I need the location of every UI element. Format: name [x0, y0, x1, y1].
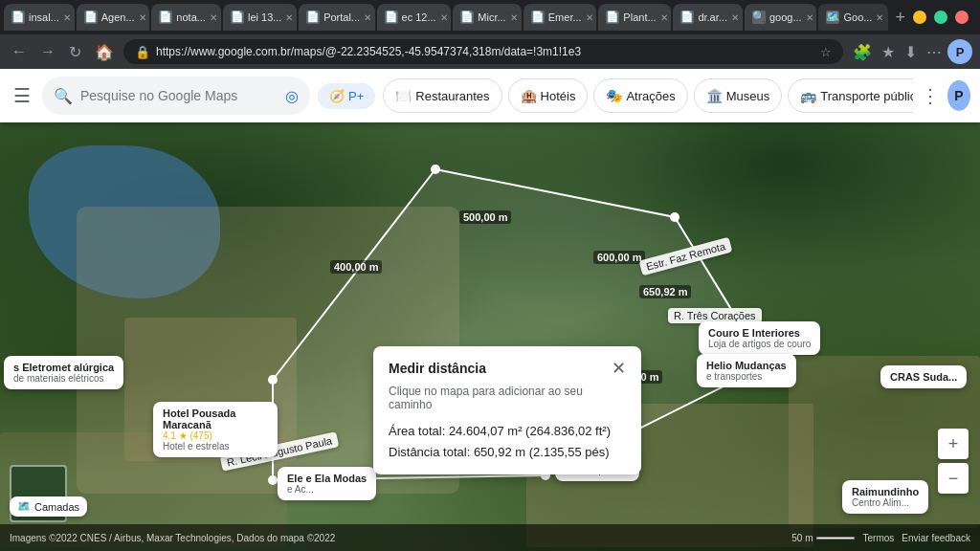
raimundinho-type: Centro Alim... [852, 497, 919, 508]
business-couro[interactable]: Couro E Interiores Loja de artigos de co… [699, 321, 820, 355]
attractions-icon: 🎭 [606, 88, 622, 103]
tab-4[interactable]: 📄 lei 13... ✕ [223, 4, 297, 31]
zoom-out-button[interactable]: − [938, 463, 969, 494]
tab-favicon-2: 📄 [84, 11, 98, 24]
layers-button[interactable]: 🗺️ Camadas [10, 496, 87, 517]
hotel-name: Hotel Pousada Maracanã [163, 408, 268, 430]
tab-favicon-5: 📄 [306, 11, 320, 24]
tab-7[interactable]: 📄 Micr... ✕ [453, 4, 521, 31]
filter-pill-attractions-label: Atrações [626, 89, 675, 103]
tab-3[interactable]: 📄 nota... ✕ [151, 4, 221, 31]
tab-close-10[interactable]: ✕ [731, 12, 739, 23]
terms-link[interactable]: Termos [862, 533, 894, 543]
new-tab-button[interactable]: + [890, 8, 912, 28]
tab-close-3[interactable]: ✕ [210, 12, 217, 23]
gmap-search-box[interactable]: 🔍 ◎ [42, 77, 310, 115]
popup-close-button[interactable]: ✕ [612, 358, 626, 379]
gmap-profile-avatar[interactable]: P [947, 80, 970, 111]
tab-9[interactable]: 📄 Plant... ✕ [598, 4, 671, 31]
tab-close-8[interactable]: ✕ [586, 12, 593, 23]
gmap-nav-mode-button[interactable]: 🧭 P+ [318, 83, 375, 109]
tab-close-4[interactable]: ✕ [285, 12, 293, 23]
reload-button[interactable]: ↻ [65, 41, 85, 63]
tab-6[interactable]: 📄 ec 12... ✕ [377, 4, 452, 31]
eletro-name: s Eletromet alúrgica [13, 362, 114, 373]
scale-line [816, 537, 855, 540]
tab-close-11[interactable]: ✕ [806, 12, 813, 23]
tab-12[interactable]: 🗺️ Goo... ✕ [818, 4, 887, 31]
helio-name: Helio Mudanças [706, 360, 787, 371]
tab-5[interactable]: 📄 Portal... ✕ [299, 4, 374, 31]
filter-pill-hotels[interactable]: 🏨 Hotéis [508, 78, 589, 113]
business-ele-ela[interactable]: Ele e Ela Modas e Ac... [278, 467, 376, 500]
tab-close-1[interactable]: ✕ [63, 12, 71, 23]
filter-pill-attractions[interactable]: 🎭 Atrações [593, 78, 687, 113]
tab-favicon-12: 🗺️ [826, 11, 839, 24]
tab-label-12: Goo... [843, 11, 872, 23]
popup-data: Área total: 24.604,07 m² (264.836,02 ft²… [389, 421, 626, 463]
tab-11[interactable]: 🔍 goog... ✕ [745, 4, 816, 31]
popup-distance: Distância total: 650,92 m (2.135,55 pés) [389, 442, 626, 463]
tab-favicon-9: 📄 [606, 11, 619, 24]
bookmark-button[interactable]: ★ [878, 41, 899, 63]
tab-close-5[interactable]: ✕ [364, 12, 371, 23]
extensions-button[interactable]: 🧩 [849, 41, 876, 63]
tab-1[interactable]: 📄 insal... ✕ [4, 4, 75, 31]
more-options-button[interactable]: ⋯ [923, 41, 946, 63]
layers-label: Camadas [34, 501, 79, 513]
filter-pill-museums[interactable]: 🏛️ Museus [694, 78, 783, 113]
filter-pill-transit[interactable]: 🚌 Transporte público [788, 78, 913, 113]
tab-close-12[interactable]: ✕ [876, 12, 883, 23]
forward-button[interactable]: → [36, 41, 59, 62]
maximize-button[interactable] [934, 11, 947, 24]
tab-favicon-3: 📄 [159, 11, 172, 24]
star-icon[interactable]: ☆ [820, 45, 832, 59]
tab-close-7[interactable]: ✕ [510, 12, 518, 23]
popup-area: Área total: 24.604,07 m² (264.836,02 ft²… [389, 421, 626, 442]
tab-8[interactable]: 📄 Emer... ✕ [523, 4, 597, 31]
nav-mode-icon: 🧭 [329, 89, 345, 103]
gmap-filter-pills: 🍽️ Restaurantes 🏨 Hotéis 🎭 Atrações 🏛️ M… [383, 78, 913, 113]
business-raimundinho[interactable]: Raimundinho Centro Alim... [842, 480, 928, 514]
tab-close-2[interactable]: ✕ [139, 12, 146, 23]
map-controls: + − [938, 429, 969, 494]
business-eletro[interactable]: s Eletromet alúrgica de materiais elétri… [4, 356, 123, 389]
tab-label-7: Micr... [478, 11, 505, 23]
couro-type: Loja de artigos de couro [708, 339, 811, 349]
tab-label-1: insal... [29, 11, 59, 23]
tab-2[interactable]: 📄 Agen... ✕ [77, 4, 150, 31]
tab-label-9: Plant... [623, 11, 656, 23]
filter-pill-hotels-label: Hotéis [541, 89, 576, 103]
zoom-in-button[interactable]: + [938, 429, 969, 459]
gmap-search-input[interactable] [80, 88, 278, 103]
gmap-more-options[interactable]: ⋮ [921, 84, 940, 107]
nav-mode-label: P+ [348, 89, 364, 103]
home-button[interactable]: 🏠 [91, 41, 118, 63]
gmap-menu-button[interactable]: ☰ [10, 80, 34, 111]
profile-avatar[interactable]: P [947, 39, 972, 64]
tab-label-8: Emer... [548, 11, 582, 23]
minimize-button[interactable] [913, 11, 926, 24]
business-cras[interactable]: CRAS Suda... [880, 365, 967, 388]
browser-chrome: 📄 insal... ✕ 📄 Agen... ✕ 📄 nota... ✕ 📄 l… [0, 0, 980, 69]
close-button[interactable] [955, 11, 969, 24]
area-label: Área total: [389, 424, 445, 438]
hotel-type: Hotel e estrelas [163, 441, 268, 452]
map-background[interactable] [0, 69, 980, 551]
area-value: 24.604,07 m² (264.836,02 ft²) [449, 424, 611, 438]
tab-10[interactable]: 📄 dr.ar... ✕ [673, 4, 743, 31]
tab-label-6: ec 12... [402, 11, 436, 23]
business-hotel-pousada[interactable]: Hotel Pousada Maracanã 4.1 ★ (475) Hotel… [153, 402, 278, 457]
tab-close-6[interactable]: ✕ [440, 12, 448, 23]
gmap-location-icon[interactable]: ◎ [285, 87, 299, 105]
tab-close-9[interactable]: ✕ [660, 12, 668, 23]
feedback-link[interactable]: Enviar feedback [902, 533, 970, 543]
business-helio[interactable]: Helio Mudanças e transportes [697, 354, 796, 387]
museums-icon: 🏛️ [706, 88, 723, 103]
tab-favicon-6: 📄 [385, 11, 398, 24]
address-bar[interactable]: 🔒 https://www.google.com.br/maps/@-22.23… [123, 39, 843, 64]
download-button[interactable]: ⬇ [901, 41, 921, 63]
back-button[interactable]: ← [8, 41, 31, 62]
lock-icon: 🔒 [135, 45, 150, 59]
filter-pill-restaurants[interactable]: 🍽️ Restaurantes [383, 78, 501, 113]
